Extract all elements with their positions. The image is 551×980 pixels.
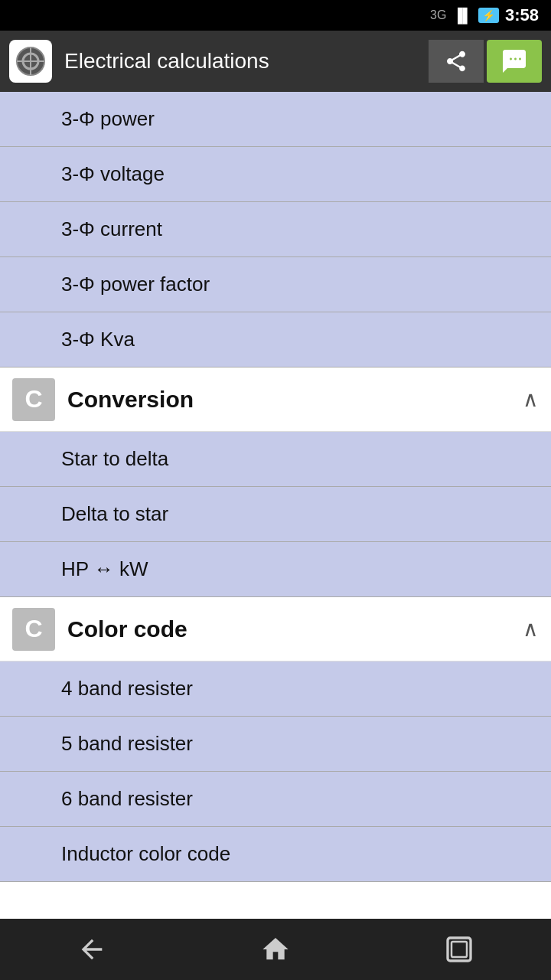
back-icon [77, 934, 107, 965]
section-color-code-header[interactable]: C Color code ∧ [0, 597, 551, 662]
conversion-chevron-icon: ∧ [523, 387, 539, 412]
time-display: 3:58 [505, 5, 539, 25]
home-button[interactable] [260, 934, 291, 965]
color-code-chevron-icon: ∧ [523, 616, 539, 642]
recents-icon [444, 934, 474, 965]
list-item-3phase-current[interactable]: 3-Φ current [0, 202, 551, 257]
svg-rect-5 [452, 942, 467, 957]
list-item-3phase-kva[interactable]: 3-Φ Kva [0, 312, 551, 368]
chat-icon [500, 47, 528, 75]
app-title: Electrical calculations [64, 49, 416, 74]
content-area: 3-Φ power 3-Φ voltage 3-Φ current 3-Φ po… [0, 92, 551, 919]
list-item-5band[interactable]: 5 band resister [0, 717, 551, 772]
list-item-star-delta[interactable]: Star to delta [0, 432, 551, 487]
section-conversion-header[interactable]: C Conversion ∧ [0, 368, 551, 432]
color-code-section-title: Color code [67, 616, 510, 642]
logo-icon [14, 44, 47, 78]
list-item-3phase-pf[interactable]: 3-Φ power factor [0, 257, 551, 312]
share-button[interactable] [429, 40, 484, 83]
list-item-hp-kw[interactable]: HP ↔ kW [0, 542, 551, 597]
top-list: 3-Φ power 3-Φ voltage 3-Φ current 3-Φ po… [0, 92, 551, 368]
signal-icon: ▐▌ [452, 8, 472, 24]
battery-icon: ⚡ [478, 8, 499, 23]
app-header: Electrical calculations [0, 31, 551, 92]
network-label: 3G [430, 8, 446, 22]
color-code-items: 4 band resister 5 band resister 6 band r… [0, 662, 551, 882]
header-actions [429, 40, 542, 83]
conversion-items: Star to delta Delta to star HP ↔ kW [0, 432, 551, 597]
list-item-inductor[interactable]: Inductor color code [0, 827, 551, 882]
back-button[interactable] [77, 934, 107, 965]
status-bar: 3G ▐▌ ⚡ 3:58 [0, 0, 551, 31]
bottom-nav [0, 919, 551, 980]
list-item-6band[interactable]: 6 band resister [0, 772, 551, 827]
share-icon [444, 49, 468, 74]
list-item-3phase-power[interactable]: 3-Φ power [0, 92, 551, 147]
color-code-section-icon: C [12, 608, 55, 651]
app-logo [9, 40, 52, 83]
conversion-section-icon: C [12, 378, 55, 421]
conversion-section-title: Conversion [67, 387, 510, 413]
list-item-3phase-voltage[interactable]: 3-Φ voltage [0, 147, 551, 202]
list-item-4band[interactable]: 4 band resister [0, 662, 551, 717]
list-item-delta-star[interactable]: Delta to star [0, 487, 551, 542]
chat-button[interactable] [487, 40, 542, 83]
recents-button[interactable] [444, 934, 474, 965]
home-icon [260, 934, 291, 965]
